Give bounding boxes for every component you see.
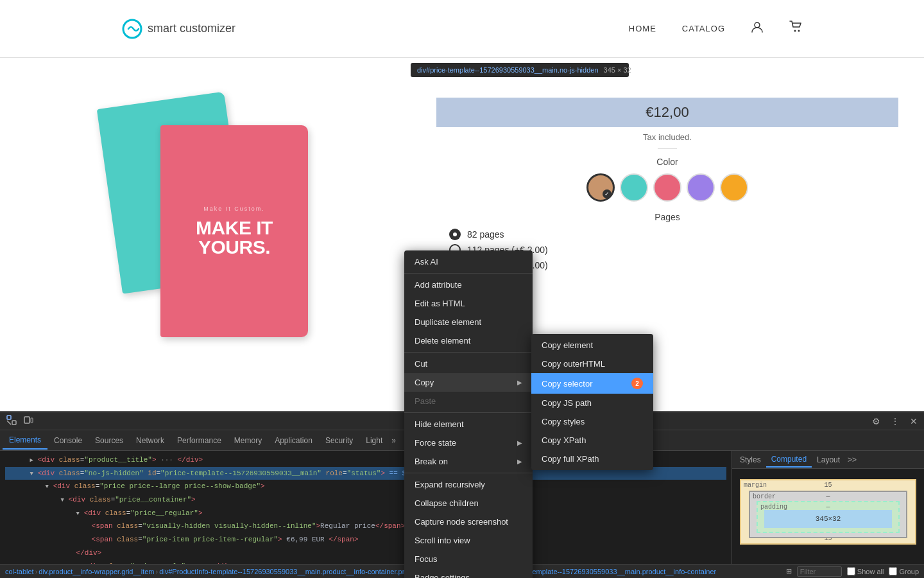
svg-point-2 <box>794 30 796 32</box>
menu-item-force-state[interactable]: Force state ▶ <box>404 434 533 452</box>
menu-item-cut[interactable]: Cut <box>404 355 533 373</box>
right-tabs-arrow: >> <box>848 455 857 464</box>
devtools-toolbar-left <box>4 414 36 428</box>
menu-item-paste[interactable]: Paste <box>404 392 533 410</box>
dom-line-7[interactable]: </div> <box>5 547 726 560</box>
menu-item-delete[interactable]: Delete element <box>404 331 533 350</box>
tooltip-selector: div#price-template--15726930559033__main… <box>417 66 599 74</box>
devtools-right-panel: Styles Computed Layout >> margin 15 15 b… <box>732 451 924 564</box>
tab-application[interactable]: Application <box>268 432 319 449</box>
submenu-copy-element[interactable]: Copy element <box>531 336 653 355</box>
menu-item-break-on[interactable]: Break on ▶ <box>404 452 533 471</box>
tab-elements[interactable]: Elements <box>3 432 47 450</box>
border-box: border — padding — 345×32 <box>749 491 907 538</box>
submenu-copy-jspath[interactable]: Copy JS path <box>531 394 653 412</box>
svg-line-6 <box>7 421 11 425</box>
book-subtitle: Make It Custom. <box>203 206 265 212</box>
color-swatch-0[interactable]: ✓ <box>586 173 615 202</box>
break-on-label: Break on <box>415 457 448 466</box>
more-options-button[interactable]: ⋮ <box>888 415 902 428</box>
copy-selector-label: Copy selector <box>542 379 592 389</box>
breadcrumb-item-0[interactable]: col-tablet <box>5 568 34 575</box>
dom-line-2[interactable]: ▼ <div class="price price--large price--… <box>5 480 726 493</box>
book-title: MAKE ITYOURS. <box>196 218 273 257</box>
border-label: border <box>753 493 776 500</box>
menu-item-add-attribute[interactable]: Add attribute <box>404 276 533 294</box>
logo-text: smart customizer <box>148 22 235 35</box>
menu-item-ask-ai[interactable]: Ask AI <box>404 252 533 271</box>
tab-memory[interactable]: Memory <box>228 432 268 449</box>
show-all-checkbox[interactable]: Show all <box>847 567 884 575</box>
main-nav: HOME CATALOG <box>629 21 802 37</box>
menu-item-duplicate[interactable]: Duplicate element <box>404 313 533 331</box>
tab-sources[interactable]: Sources <box>89 432 130 449</box>
group-checkbox[interactable]: Group <box>889 567 919 575</box>
svg-point-3 <box>798 30 800 32</box>
svg-rect-7 <box>24 417 30 423</box>
nav-home[interactable]: HOME <box>629 24 656 33</box>
submenu-copy-full-xpath[interactable]: Copy full XPath <box>531 450 653 468</box>
filter-input[interactable] <box>797 566 842 577</box>
price-container: €12,00 <box>436 98 898 127</box>
pages-option-0[interactable]: 82 pages <box>449 229 898 240</box>
breadcrumb-item-1[interactable]: div.product__info-wrapper.grid__item <box>38 568 154 575</box>
submenu-copy-xpath[interactable]: Copy XPath <box>531 431 653 450</box>
nav-catalog[interactable]: CATALOG <box>682 24 725 33</box>
logo-icon <box>122 19 142 39</box>
settings-button[interactable]: ⚙ <box>869 415 883 428</box>
tab-console[interactable]: Console <box>47 432 89 449</box>
svg-rect-5 <box>12 421 16 425</box>
color-swatch-1[interactable] <box>620 173 648 202</box>
color-swatch-2[interactable] <box>653 173 681 202</box>
color-options: ✓ <box>436 173 898 202</box>
right-tab-layout[interactable]: Layout <box>812 453 845 467</box>
menu-item-focus[interactable]: Focus <box>404 550 533 568</box>
color-swatch-3[interactable] <box>687 173 715 202</box>
cart-icon <box>789 21 802 33</box>
menu-item-scroll[interactable]: Scroll into view <box>404 531 533 550</box>
cart-icon-button[interactable] <box>789 21 802 37</box>
menu-item-hide[interactable]: Hide element <box>404 415 533 434</box>
user-icon-button[interactable] <box>751 21 764 37</box>
price-value: €12,00 <box>646 104 689 120</box>
submenu-copy-selector[interactable]: Copy selector 2 <box>531 373 653 394</box>
menu-item-copy[interactable]: Copy ▶ <box>404 373 533 392</box>
tabs-overflow: » <box>389 434 398 448</box>
right-tab-computed[interactable]: Computed <box>766 452 812 468</box>
logo[interactable]: smart customizer <box>122 19 235 39</box>
menu-item-capture[interactable]: Capture node screenshot <box>404 512 533 531</box>
books-display: Make It Custom. MAKE ITYOURS. <box>83 87 327 356</box>
element-tooltip: div#price-template--15726930559033__main… <box>411 63 629 77</box>
tab-performance[interactable]: Performance <box>171 432 228 449</box>
dom-line-5[interactable]: <span class="visually-hidden visually-hi… <box>5 520 726 533</box>
tooltip-dims: 345 × 32 <box>604 66 631 74</box>
break-on-arrow: ▶ <box>517 458 522 465</box>
margin-top-val: 15 <box>824 482 832 489</box>
submenu-copy-styles[interactable]: Copy styles <box>531 412 653 431</box>
inspect-element-button[interactable] <box>4 414 19 428</box>
right-tab-styles[interactable]: Styles <box>735 453 766 467</box>
menu-item-expand[interactable]: Expand recursively <box>404 475 533 494</box>
dom-line-4[interactable]: ▼ <div class="price__regular"> <box>5 507 726 520</box>
submenu-copy-outerhtml[interactable]: Copy outerHTML <box>531 355 653 373</box>
filter-icon: ⊞ <box>786 567 792 575</box>
copy-selector-badge: 2 <box>631 378 643 389</box>
tab-network[interactable]: Network <box>130 432 171 449</box>
product-image-area: Make It Custom. MAKE ITYOURS. <box>0 58 411 385</box>
dom-line-3[interactable]: ▼ <div class="price__container"> <box>5 493 726 507</box>
menu-item-collapse[interactable]: Collapse children <box>404 494 533 512</box>
close-devtools-button[interactable]: ✕ <box>907 415 920 428</box>
box-model-container: margin 15 15 border — padding — 345×32 <box>732 469 924 564</box>
menu-item-badge[interactable]: Badge settings… <box>404 568 533 578</box>
copy-label: Copy <box>415 378 434 387</box>
breadcrumb-sep-1: › <box>156 568 158 575</box>
copy-arrow: ▶ <box>517 379 522 386</box>
device-toolbar-button[interactable] <box>21 414 36 428</box>
tab-lighthouse[interactable]: Light <box>359 432 389 449</box>
dom-line-6[interactable]: <span class="price-item price-item--regu… <box>5 533 726 547</box>
copy-submenu: Copy element Copy outerHTML Copy selecto… <box>531 334 653 470</box>
radio-checked[interactable] <box>449 229 461 240</box>
menu-item-edit-html[interactable]: Edit as HTML <box>404 294 533 313</box>
color-swatch-4[interactable] <box>720 173 748 202</box>
tab-security[interactable]: Security <box>319 432 359 449</box>
